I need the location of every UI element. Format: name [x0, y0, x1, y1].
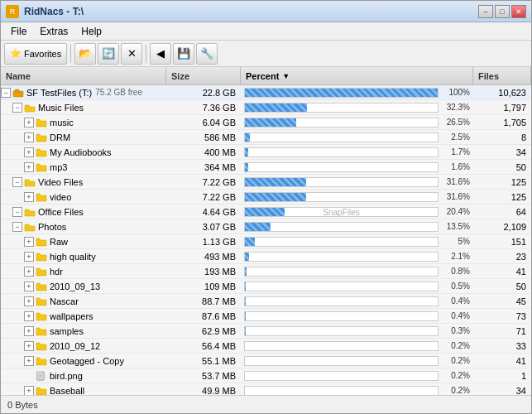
refresh-button[interactable]: 🔄 [98, 43, 119, 65]
percent-bar [244, 162, 439, 172]
expand-button[interactable]: + [24, 132, 34, 142]
size-cell: 49.9 MB [166, 386, 241, 396]
table-row[interactable]: +DRM586 MB2.5%8 [1, 130, 531, 145]
close-button[interactable]: ✕ [511, 5, 526, 18]
expand-button[interactable]: − [12, 222, 22, 232]
stop-button[interactable]: ✕ [121, 43, 142, 65]
row-label: Office Files [38, 207, 84, 217]
table-header: Name Size Percent ▼ Files [1, 67, 531, 85]
content-area: Name Size Percent ▼ Files −SF TestFiles … [1, 67, 531, 395]
maximize-button[interactable]: □ [495, 5, 510, 18]
name-cell: +Nascar [1, 296, 166, 306]
files-cell: 1,705 [473, 118, 531, 128]
percent-label: 0.3% [442, 326, 470, 335]
name-cell: +Geotagged - Copy [1, 356, 166, 366]
percent-bar-fill [245, 253, 249, 261]
name-cell: −SF TestFiles (T:)75.2 GB free [1, 88, 166, 98]
expand-button[interactable]: + [24, 192, 34, 202]
menu-help[interactable]: Help [74, 24, 108, 39]
table-row[interactable]: +video7.22 GB31.6%125 [1, 190, 531, 205]
files-cell: 2,109 [473, 222, 531, 232]
name-cell: −Video Files [1, 177, 166, 187]
table-row[interactable]: +samples62.9 MB0.3%71 [1, 324, 531, 339]
size-cell: 364 MB [166, 162, 241, 172]
percent-bar-fill [245, 208, 285, 216]
size-cell: 22.8 GB [166, 88, 241, 98]
col-name[interactable]: Name [1, 67, 166, 84]
star-icon: ⭐ [10, 48, 22, 59]
expand-button[interactable]: + [24, 267, 34, 277]
menu-file[interactable]: File [4, 24, 33, 39]
table-row[interactable]: −Music Files7.36 GB32.3%1,797 [1, 100, 531, 115]
expand-button[interactable]: + [24, 341, 34, 351]
row-label: music [50, 118, 74, 128]
expand-button[interactable]: + [24, 147, 34, 157]
menu-extras[interactable]: Extras [33, 24, 74, 39]
expand-button[interactable]: + [24, 326, 34, 336]
table-row[interactable]: +wallpapers87.6 MB0.4%73 [1, 309, 531, 324]
folder-icon [36, 386, 47, 396]
table-row[interactable]: +Nascar88.7 MB0.4%45 [1, 294, 531, 309]
files-cell: 41 [473, 356, 531, 366]
table-row[interactable]: +My Audiobooks400 MB1.7%34 [1, 145, 531, 160]
percent-label: 26.5% [442, 118, 470, 127]
drive-free-space: 75.2 GB free [95, 88, 142, 97]
expand-button[interactable]: + [24, 311, 34, 321]
table-row[interactable]: +Baseball49.9 MB0.2%34 [1, 383, 531, 395]
expand-button[interactable]: + [24, 296, 34, 306]
table-row[interactable]: +Raw1.13 GB5%151 [1, 234, 531, 249]
col-size[interactable]: Size [166, 67, 241, 84]
col-percent[interactable]: Percent ▼ [241, 67, 473, 84]
files-cell: 1 [473, 371, 531, 381]
percent-label: 1.7% [442, 147, 470, 156]
open-button[interactable]: 📂 [74, 43, 96, 65]
expand-button[interactable]: + [24, 118, 34, 128]
table-row[interactable]: bird.png53.7 MB0.2%1 [1, 368, 531, 383]
back-button[interactable]: ◀ [150, 43, 171, 65]
settings-button[interactable]: 🔧 [196, 43, 218, 65]
expand-button[interactable]: − [12, 103, 22, 113]
expand-button[interactable]: + [24, 162, 34, 172]
percent-label: 0.4% [442, 311, 470, 320]
size-cell: 7.22 GB [166, 177, 241, 187]
table-row[interactable]: −Video Files7.22 GB31.6%125 [1, 175, 531, 190]
folder-icon [24, 207, 36, 217]
expand-button[interactable]: + [24, 237, 34, 247]
toolbar-sep-2 [146, 45, 146, 63]
save-button[interactable]: 💾 [173, 43, 194, 65]
folder-icon [36, 237, 47, 247]
expand-button[interactable]: + [24, 356, 34, 366]
expand-button[interactable]: − [12, 207, 22, 217]
percent-bar-fill [245, 223, 271, 231]
table-row[interactable]: +high quality493 MB2.1%23 [1, 249, 531, 264]
expand-button[interactable]: + [24, 252, 34, 262]
row-label: Video Files [38, 177, 83, 187]
percent-bar-fill [245, 327, 246, 335]
row-label: Baseball [50, 386, 84, 396]
expand-button[interactable]: − [12, 177, 22, 187]
table-row[interactable]: +mp3364 MB1.6%50 [1, 160, 531, 175]
table-row[interactable]: +music6.04 GB26.5%1,705 [1, 115, 531, 130]
percent-bar [244, 222, 439, 232]
percent-bar-fill [245, 312, 246, 320]
percent-label: 32.3% [442, 103, 470, 112]
table-row[interactable]: +hdr193 MB0.8%41 [1, 264, 531, 279]
expand-button[interactable]: − [1, 88, 11, 98]
table-body[interactable]: −SF TestFiles (T:)75.2 GB free22.8 GB100… [1, 85, 531, 395]
table-row[interactable]: −SF TestFiles (T:)75.2 GB free22.8 GB100… [1, 85, 531, 100]
table-row[interactable]: +2010_09_13109 MB0.5%50 [1, 279, 531, 294]
table-row[interactable]: −Office Files4.64 GBSnapFiles20.4%64 [1, 205, 531, 219]
expand-button[interactable]: + [24, 386, 34, 396]
percent-bar-fill [245, 267, 247, 276]
files-cell: 50 [473, 162, 531, 172]
table-row[interactable]: −Photos3.07 GB13.5%2,109 [1, 219, 531, 234]
table-row[interactable]: +2010_09_1256.4 MB0.2%33 [1, 339, 531, 354]
favorites-button[interactable]: ⭐ Favorites [4, 43, 67, 65]
minimize-button[interactable]: – [478, 5, 493, 18]
table-row[interactable]: +Geotagged - Copy55.1 MB0.2%41 [1, 354, 531, 368]
col-files[interactable]: Files [473, 67, 531, 84]
percent-cell: 32.3% [241, 103, 473, 113]
svg-rect-2 [15, 89, 19, 92]
expand-button[interactable]: + [24, 282, 34, 291]
percent-cell: 0.2% [241, 386, 473, 396]
